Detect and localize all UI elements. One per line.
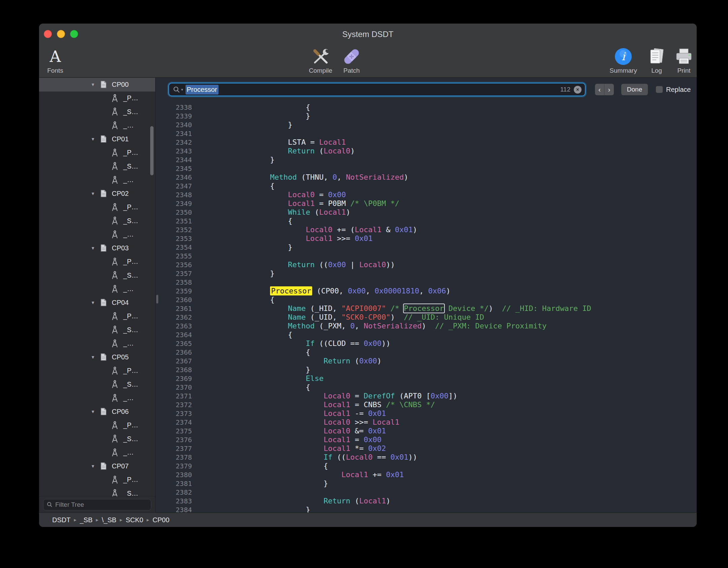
tree-item-cp02[interactable]: ▼CP02 [39, 187, 155, 201]
tree-item[interactable]: _P… [39, 364, 155, 378]
disclosure-triangle-icon[interactable]: ▼ [89, 137, 97, 142]
tree-item-label: _… [123, 230, 134, 238]
tree-item-cp06[interactable]: ▼CP06 [39, 405, 155, 419]
zoom-button[interactable] [70, 30, 78, 38]
tree-item-label: _P… [123, 203, 138, 211]
line-number: 2383 [156, 497, 192, 505]
tree-item[interactable]: _P… [39, 92, 155, 105]
breadcrumb-item[interactable]: \_SB [102, 516, 116, 524]
sidebar: ▼CP00_P…_S…_…▼CP01_P…_S…_…▼CP02_P…_S…_…▼… [39, 78, 156, 512]
tree-item-cp00[interactable]: ▼CP00 [39, 78, 155, 92]
tree-item[interactable]: _… [39, 228, 155, 242]
line-number: 2350 [156, 208, 192, 217]
method-icon [110, 489, 119, 496]
tree-item-cp05[interactable]: ▼CP05 [39, 350, 155, 364]
line-number: 2380 [156, 470, 192, 479]
tree-item-cp04[interactable]: ▼CP04 [39, 296, 155, 310]
tree-item[interactable]: _… [39, 119, 155, 133]
disclosure-triangle-icon[interactable]: ▼ [89, 464, 97, 469]
tree-item-label: _P… [123, 312, 138, 320]
breadcrumb-item[interactable]: CP00 [153, 516, 169, 524]
line-number: 2379 [156, 462, 192, 470]
tree-item-label: _P… [123, 476, 138, 484]
close-button[interactable] [44, 30, 52, 38]
replace-checkbox[interactable] [656, 86, 663, 93]
replace-label: Replace [666, 86, 691, 94]
disclosure-triangle-icon[interactable]: ▼ [89, 300, 97, 305]
code-lines[interactable]: { } } LSTA = Local1 Return (Local0) } Me… [197, 103, 697, 512]
tree-item[interactable]: _… [39, 337, 155, 351]
toolbar: A Fonts Compile [39, 45, 697, 78]
line-number: 2346 [156, 173, 192, 182]
code-line: { [199, 383, 697, 392]
tree-item[interactable]: _… [39, 446, 155, 460]
disclosure-triangle-icon[interactable]: ▼ [89, 82, 97, 87]
tree-item[interactable]: _… [39, 391, 155, 405]
tree-item[interactable]: _S… [39, 378, 155, 391]
breadcrumb-separator-icon: ▸ [146, 517, 149, 523]
code-line: If ((Local0 == 0x01)) [199, 453, 697, 462]
tree-item-label: _P… [123, 94, 138, 102]
line-number: 2376 [156, 435, 192, 444]
tree-item[interactable]: _P… [39, 473, 155, 487]
tree-item[interactable]: _S… [39, 487, 155, 496]
tree-item[interactable]: _S… [39, 269, 155, 282]
summary-button[interactable]: i Summary [607, 46, 639, 76]
splitter-handle[interactable] [156, 295, 158, 304]
find-next-button[interactable]: › [604, 84, 614, 95]
tree-item[interactable]: _P… [39, 310, 155, 323]
tree-item[interactable]: _P… [39, 419, 155, 432]
find-input[interactable]: ▾ Processor 112 × [168, 83, 586, 96]
disclosure-triangle-icon[interactable]: ▼ [89, 355, 97, 360]
method-icon [110, 216, 119, 225]
code-editor[interactable]: 2338233923402341234223432344234523462347… [156, 101, 697, 512]
line-number: 2339 [156, 112, 192, 120]
tree-item[interactable]: _… [39, 173, 155, 187]
tree-item-cp07[interactable]: ▼CP07 [39, 459, 155, 473]
done-button[interactable]: Done [621, 83, 648, 96]
code-line: { [199, 217, 697, 225]
tree-item[interactable]: _P… [39, 201, 155, 214]
tree-item-cp03[interactable]: ▼CP03 [39, 241, 155, 255]
sidebar-scrollbar[interactable] [150, 126, 154, 175]
compile-button[interactable]: Compile [304, 46, 337, 76]
tree-item[interactable]: _S… [39, 105, 155, 119]
disclosure-triangle-icon[interactable]: ▼ [89, 246, 97, 251]
line-number: 2355 [156, 252, 192, 260]
code-line: Return (0x00) [199, 357, 697, 365]
find-bar: ▾ Processor 112 × ‹ › Done Replace [156, 78, 697, 101]
filter-tree-input[interactable]: Filter Tree [43, 499, 151, 510]
breadcrumb-item[interactable]: _SB [80, 516, 93, 524]
tree-item[interactable]: _… [39, 282, 155, 296]
tree-item-label: _P… [123, 149, 138, 156]
find-previous-button[interactable]: ‹ [595, 84, 604, 95]
line-number: 2367 [156, 357, 192, 365]
search-menu-chevron-icon[interactable]: ▾ [181, 87, 183, 92]
print-button[interactable]: Print [668, 46, 697, 76]
tree-item[interactable]: _S… [39, 323, 155, 337]
tree-item-cp01[interactable]: ▼CP01 [39, 132, 155, 146]
clear-search-icon[interactable]: × [574, 86, 582, 94]
line-number: 2369 [156, 374, 192, 383]
sidebar-tree: ▼CP00_P…_S…_…▼CP01_P…_S…_…▼CP02_P…_S…_…▼… [39, 78, 155, 496]
code-line: Else [199, 374, 697, 383]
code-line: { [199, 182, 697, 190]
patch-icon [342, 46, 361, 67]
disclosure-triangle-icon[interactable]: ▼ [89, 409, 97, 414]
line-number: 2373 [156, 409, 192, 418]
tree-item[interactable]: _S… [39, 432, 155, 446]
titlebar[interactable]: System DSDT [39, 24, 697, 45]
patch-button[interactable]: Patch [335, 46, 368, 76]
tree-item[interactable]: _P… [39, 255, 155, 269]
tree-item[interactable]: _S… [39, 214, 155, 228]
filter-strip: Filter Tree [39, 496, 155, 512]
minimize-button[interactable] [57, 30, 65, 38]
breadcrumb-item[interactable]: DSDT [52, 516, 70, 524]
tree-item[interactable]: _P… [39, 146, 155, 160]
line-number: 2338 [156, 103, 192, 112]
tree-item[interactable]: _S… [39, 159, 155, 173]
code-line: Local1 >>= 0x01 [199, 234, 697, 243]
disclosure-triangle-icon[interactable]: ▼ [89, 191, 97, 196]
fonts-button[interactable]: A Fonts [39, 46, 71, 76]
breadcrumb-item[interactable]: SCK0 [126, 516, 143, 524]
